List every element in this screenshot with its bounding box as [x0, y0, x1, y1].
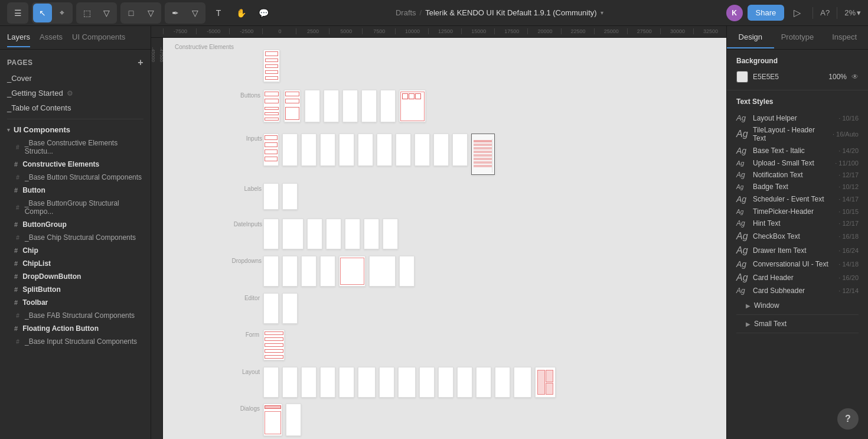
layer-base-constructive[interactable]: # _Base Constructive Elements Structu... [0, 136, 151, 158]
frame-di-4[interactable]: Mu... [326, 219, 341, 249]
frame-lay-11[interactable]: A... [495, 367, 510, 398]
frame-lay-2[interactable]: Dr... [282, 367, 298, 398]
frame-di-2[interactable]: Calendar [282, 219, 304, 249]
layer-dropdownbutton[interactable]: # DropDownButton [0, 270, 151, 283]
canvas-area[interactable]: Constructive Elements C... Buttons B... [163, 38, 726, 439]
frame-lay-6[interactable]: Br... [379, 367, 394, 398]
select-tool-2[interactable]: ⌖ [53, 4, 71, 22]
frame-inp-9[interactable]: R... [415, 134, 430, 166]
layer-button[interactable]: # Button [0, 184, 151, 197]
frame-inp-2[interactable]: N... [282, 134, 298, 166]
frame-di-5[interactable]: Da... [345, 219, 360, 249]
frame-inp-5[interactable]: C... [339, 134, 354, 166]
tab-inspect[interactable]: Inspect [821, 27, 868, 48]
frame-dd-multisel[interactable]: MultiSel... [339, 256, 366, 287]
frame-di-1[interactable]: D... [263, 219, 279, 249]
layer-base-fab[interactable]: # _Base FAB Structural Components [0, 309, 151, 322]
text-tool[interactable]: T [209, 4, 228, 22]
frame-dd-1[interactable]: A... [263, 256, 279, 287]
frame-lay-5[interactable]: C... [339, 367, 354, 398]
layer-base-buttongroup[interactable]: # _Base ButtonGroup Structural Compo... [0, 197, 151, 218]
tab-assets[interactable]: Assets [40, 28, 63, 47]
frame-di-7[interactable]: Date... [383, 219, 398, 249]
style-card-subheader[interactable]: Ag Card Subheader · 12/14 [736, 285, 859, 297]
select-tool[interactable]: ↖ [33, 4, 52, 22]
frame-lbl-2[interactable]: Fl... [282, 183, 298, 210]
page-item-toc[interactable]: _Table of Contents [0, 100, 151, 115]
layer-buttongroup[interactable]: # ButtonGroup [0, 218, 151, 231]
frame-dd-dropdl[interactable]: DropD... [369, 256, 396, 287]
frame-dd-3[interactable]: C... [301, 256, 316, 287]
style-badge-text[interactable]: Ag Badge Text · 10/12 [736, 181, 859, 193]
frame-btn-7[interactable]: T... [380, 90, 396, 122]
frame-btn-4[interactable]: C... [324, 90, 339, 122]
frame-di-3[interactable]: D... [307, 219, 322, 249]
frame-dd-2[interactable]: Dr... [282, 256, 298, 287]
frame-lay-8[interactable]: A... [438, 367, 453, 398]
frame-tool-2[interactable]: ▽ [97, 4, 116, 22]
frame-lay-9[interactable]: B... [457, 367, 472, 398]
frame-btn-2[interactable]: But... [284, 90, 301, 122]
frame-dlg-1[interactable]: W... [263, 404, 282, 436]
frame-lay-pan[interactable]: Pan... [358, 367, 376, 398]
style-notification-text[interactable]: Ag Notification Text · 12/17 [736, 169, 859, 181]
style-drawer-item[interactable]: Ag Drawer Item Text · 16/24 [736, 243, 859, 258]
layer-ui-components[interactable]: ▾ UI Components [0, 123, 151, 136]
style-checkbox-text[interactable]: Ag CheckBox Text · 16/18 [736, 229, 859, 243]
background-opacity-value[interactable]: 100% [828, 73, 847, 81]
style-layout-helper[interactable]: Ag Layout Helper · 10/16 [736, 112, 859, 124]
accessibility-icon[interactable]: A? [820, 8, 830, 17]
tab-prototype[interactable]: Prototype [774, 27, 821, 48]
frame-inp-10[interactable]: Sli... [433, 134, 449, 166]
frame-di-6[interactable]: Tim... [364, 219, 379, 249]
frame-btn-6[interactable]: S... [361, 90, 377, 122]
frame-col[interactable]: Col . [471, 134, 495, 175]
frame-lay-1[interactable]: M... [263, 367, 279, 398]
frame-ed-2[interactable]: C... [282, 293, 298, 324]
frame-inp-7[interactable]: R... [377, 134, 392, 166]
frame-btn-1[interactable]: B... [263, 90, 280, 122]
frame-lay-10[interactable]: Po... [476, 367, 491, 398]
frame-lay-7[interactable]: S... [419, 367, 435, 398]
menu-button[interactable]: ☰ [8, 4, 27, 22]
style-hint-text[interactable]: Ag Hint Text · 12/17 [736, 217, 859, 229]
share-button[interactable]: Share [748, 5, 785, 21]
style-scheduler-event[interactable]: Ag Scheduler - Event Text · 14/17 [736, 193, 859, 206]
play-button[interactable]: ▷ [789, 5, 805, 21]
layer-base-button[interactable]: # _Base Button Structural Components [0, 171, 151, 184]
frame-inp-3[interactable]: M... [301, 134, 316, 166]
title-chevron-icon[interactable]: ▾ [601, 9, 603, 16]
help-button[interactable]: ? [837, 408, 859, 430]
style-upload-small[interactable]: Ag Upload - Small Text · 11/100 [736, 157, 859, 169]
frame-tool[interactable]: ⬚ [77, 4, 96, 22]
frame-ce-1[interactable]: C... [263, 50, 280, 82]
frame-ed-1[interactable]: E... [263, 293, 279, 324]
style-base-text-italic[interactable]: Ag Base Text - Italic · 14/20 [736, 144, 859, 157]
zoom-control[interactable]: 2% ▾ [844, 8, 861, 17]
layer-splitbutton[interactable]: # SplitButton [0, 283, 151, 296]
rect-tool[interactable]: □ [122, 4, 141, 22]
visibility-toggle-icon[interactable]: 👁 [851, 73, 859, 81]
hand-tool[interactable]: ✋ [231, 4, 250, 22]
expand-small-text[interactable]: ▶ Small Text [736, 315, 859, 333]
frame-inp-11[interactable]: Te... [452, 134, 468, 166]
frame-lay-step[interactable]: Step... [398, 367, 416, 398]
expand-window[interactable]: ▶ Window [736, 297, 859, 315]
frame-inp-6[interactable]: R... [358, 134, 373, 166]
frame-btn-5[interactable]: Dr... [342, 90, 358, 122]
page-item-getting-started[interactable]: _Getting Started ⚙ [0, 86, 151, 100]
frame-form-1[interactable]: Form [263, 330, 285, 360]
pen-tool-2[interactable]: ▽ [185, 4, 204, 22]
layer-base-chip[interactable]: # _Base Chip Structural Components [0, 231, 151, 244]
page-item-cover[interactable]: _Cover [0, 71, 151, 86]
layer-chip[interactable]: # Chip [0, 244, 151, 257]
add-page-button[interactable]: + [138, 58, 143, 67]
tab-layers[interactable]: Layers [7, 28, 30, 47]
layer-toolbar[interactable]: # Toolbar [0, 296, 151, 309]
frame-lay-exp[interactable]: Exp... [514, 367, 531, 398]
frame-dlg-2[interactable]: Di... [286, 404, 301, 436]
frame-inp-4[interactable]: C... [320, 134, 335, 166]
background-color-swatch[interactable] [736, 71, 748, 83]
layer-chiplist[interactable]: # ChipList [0, 257, 151, 270]
comment-tool[interactable]: 💬 [254, 4, 273, 22]
